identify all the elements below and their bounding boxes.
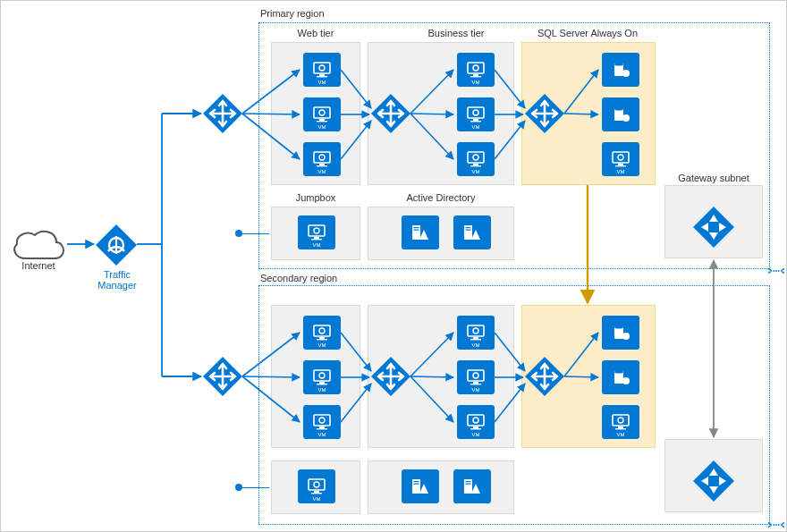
load-balancer-icon [371,357,410,396]
jumpbox-label: Jumpbox [271,192,360,203]
traffic-manager-icon [96,224,137,266]
vpn-gateway-icon [693,460,734,502]
endpoint-dot [235,230,242,237]
svg-point-16 [775,270,777,272]
load-balancer-icon [203,357,242,396]
vm-icon [602,142,639,176]
svg-point-17 [778,270,780,272]
load-balancer-icon [525,94,564,133]
svg-point-20 [778,524,780,526]
vm-icon [298,469,335,503]
database-icon [602,360,639,394]
vm-icon [303,405,341,439]
load-balancer-icon [371,94,410,133]
business-tier-label: Business tier [398,28,514,38]
vm-icon [457,97,495,131]
svg-point-15 [773,270,774,272]
ad-box-secondary [368,460,514,514]
vm-icon [457,53,495,87]
svg-point-19 [775,524,777,526]
load-balancer-icon [203,94,242,133]
vm-icon [303,97,341,131]
database-icon [602,97,639,131]
vm-icon [602,405,639,439]
gateway-subnet-label: Gateway subnet [664,173,763,183]
vm-icon [303,316,341,350]
vm-icon [457,360,495,394]
database-icon [602,53,639,87]
database-icon [602,316,639,350]
web-tier-label: Web tier [271,28,360,38]
ad-box-primary [368,207,514,260]
vm-icon [457,405,495,439]
connector-line [242,487,269,488]
load-balancer-icon [525,357,564,396]
primary-region-label: Primary region [260,8,350,19]
svg-point-18 [773,524,774,526]
ad-server-icon [402,469,439,503]
traffic-manager-label: Traffic Manager [83,269,151,291]
vpn-gateway-icon [693,207,734,248]
vm-icon [303,53,341,87]
vm-icon [457,316,495,350]
vm-icon [298,215,335,249]
vm-icon [457,142,495,176]
connector-line [242,233,269,234]
ad-server-icon [453,469,491,503]
ad-server-icon [402,215,439,249]
vm-icon [303,142,341,176]
ad-server-icon [453,215,491,249]
sql-tier-label: SQL Server Always On [525,28,650,38]
cloud-icon [8,223,69,266]
expand-icon [768,518,784,532]
vm-icon [303,360,341,394]
secondary-region-label: Secondary region [260,273,368,283]
expand-icon [768,264,784,278]
ad-label: Active Directory [368,192,514,203]
internet-label: Internet [13,260,63,271]
endpoint-dot [235,484,242,491]
